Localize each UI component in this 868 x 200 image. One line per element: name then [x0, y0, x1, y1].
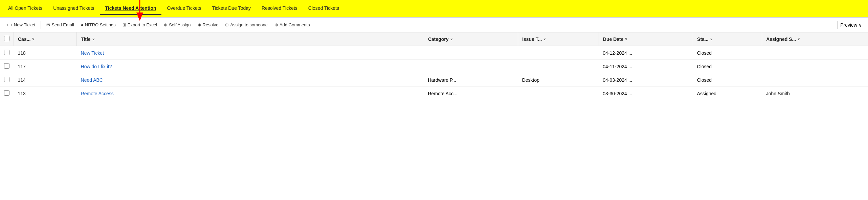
col-case-sort-icon: ∨ [32, 37, 35, 41]
arrow-container: ⊞ Export to Excel [120, 21, 160, 29]
row-0-title-link[interactable]: New Ticket [81, 50, 104, 56]
row-3-assigned-to: John Smith [762, 87, 868, 100]
row-0-due-date: 04-12-2024 ... [599, 46, 693, 60]
row-2-assigned-to [762, 73, 868, 87]
tickets-table: Cas... ∨ Title ∨ Category ∨ [0, 32, 868, 100]
row-3-status: Assigned [693, 87, 762, 100]
self-assign-button[interactable]: ⊕ Self Assign [161, 21, 193, 29]
col-header-status[interactable]: Sta... ∨ [693, 32, 762, 46]
row-0-case-num: 118 [14, 46, 77, 60]
resolve-label: Resolve [203, 22, 219, 27]
table-header: Cas... ∨ Title ∨ Category ∨ [0, 32, 868, 46]
row-0-checkbox[interactable] [4, 50, 9, 55]
row-3-checkbox-cell [0, 87, 14, 100]
assign-someone-button[interactable]: ⊕ Assign to someone [222, 21, 270, 29]
tab-unassigned[interactable]: Unassigned Tickets [48, 2, 99, 15]
self-assign-circle-icon: ⊕ [164, 22, 168, 27]
col-assigned-label: Assigned S... [766, 36, 796, 42]
row-3-title-link[interactable]: Remote Access [81, 91, 114, 96]
col-duedate-sort-icon: ∨ [625, 37, 627, 41]
row-1-checkbox-cell [0, 60, 14, 73]
tab-all-open[interactable]: All Open Tickets [3, 2, 48, 15]
preview-chevron-icon: ∨ [859, 22, 862, 28]
row-2-checkbox[interactable] [4, 77, 9, 82]
col-status-label: Sta... [697, 36, 708, 42]
preview-button[interactable]: Preview ∨ [837, 21, 865, 29]
col-category-sort-icon: ∨ [450, 37, 453, 41]
row-0-assigned-to [762, 46, 868, 60]
row-2-title-link[interactable]: Need ABC [81, 77, 103, 83]
col-category-label: Category [428, 36, 449, 42]
row-3-title: Remote Access [77, 87, 424, 100]
row-3-case-num: 113 [14, 87, 77, 100]
new-ticket-button[interactable]: + + New Ticket [3, 21, 38, 29]
toolbar: + + New Ticket ✉ Send Email ● NITRO Sett… [0, 18, 868, 32]
row-2-title: Need ABC [77, 73, 424, 87]
row-2-due-date: 04-03-2024 ... [599, 73, 693, 87]
resolve-button[interactable]: ⊕ Resolve [195, 21, 221, 29]
tab-due-today[interactable]: Tickets Due Today [207, 2, 256, 15]
row-0-checkbox-cell [0, 46, 14, 60]
export-excel-label: Export to Excel [128, 22, 157, 27]
col-header-title[interactable]: Title ∨ [77, 32, 424, 46]
col-header-checkbox [0, 32, 14, 46]
col-header-case[interactable]: Cas... ∨ [14, 32, 77, 46]
row-0-category [424, 46, 518, 60]
export-excel-button[interactable]: ⊞ Export to Excel [120, 21, 160, 29]
row-3-checkbox[interactable] [4, 90, 9, 96]
tab-bar: All Open TicketsUnassigned TicketsTicket… [0, 0, 868, 18]
send-email-button[interactable]: ✉ Send Email [44, 21, 76, 29]
header-row: Cas... ∨ Title ∨ Category ∨ [0, 32, 868, 46]
comments-circle-icon: ⊕ [274, 22, 278, 27]
col-header-due-date[interactable]: Due Date ∨ [599, 32, 693, 46]
table-row: 114Need ABCHardware P...Desktop04-03-202… [0, 73, 868, 87]
row-3-issue-type [518, 87, 599, 100]
col-status-sort-icon: ∨ [710, 37, 713, 41]
table-body: 118New Ticket04-12-2024 ...Closed117How … [0, 46, 868, 100]
excel-icon: ⊞ [123, 22, 126, 27]
row-0-status: Closed [693, 46, 762, 60]
eye-icon: ● [81, 22, 84, 27]
row-1-checkbox[interactable] [4, 63, 9, 69]
new-ticket-label: + New Ticket [10, 22, 36, 27]
tab-overdue[interactable]: Overdue Tickets [161, 2, 206, 15]
table-row: 117How do I fix it?04-11-2024 ...Closed [0, 60, 868, 73]
row-1-status: Closed [693, 60, 762, 73]
col-header-category[interactable]: Category ∨ [424, 32, 518, 46]
row-1-assigned-to [762, 60, 868, 73]
row-2-issue-type: Desktop [518, 73, 599, 87]
row-1-title: How do I fix it? [77, 60, 424, 73]
col-header-assigned[interactable]: Assigned S... ∨ [762, 32, 868, 46]
tab-closed[interactable]: Closed Tickets [303, 2, 344, 15]
toolbar-separator-1 [41, 21, 41, 29]
row-1-title-link[interactable]: How do I fix it? [81, 64, 112, 69]
col-duedate-label: Due Date [603, 36, 624, 42]
col-title-label: Title [81, 36, 91, 42]
add-comments-label: Add Comments [280, 22, 310, 27]
select-all-checkbox[interactable] [4, 36, 9, 41]
send-email-label: Send Email [51, 22, 74, 27]
row-1-due-date: 04-11-2024 ... [599, 60, 693, 73]
col-issue-label: Issue T... [522, 36, 542, 42]
tab-resolved[interactable]: Resolved Tickets [256, 2, 303, 15]
resolve-circle-icon: ⊕ [198, 22, 201, 27]
nitro-settings-button[interactable]: ● NITRO Settings [78, 21, 118, 29]
col-issue-sort-icon: ∨ [543, 37, 546, 41]
row-2-status: Closed [693, 73, 762, 87]
tab-need-attention[interactable]: Tickets Need Attention [100, 2, 162, 15]
add-comments-button[interactable]: ⊕ Add Comments [272, 21, 313, 29]
row-2-checkbox-cell [0, 73, 14, 87]
assign-someone-label: Assign to someone [230, 22, 268, 27]
row-2-category: Hardware P... [424, 73, 518, 87]
nitro-settings-label: NITRO Settings [85, 22, 116, 27]
row-0-title: New Ticket [77, 46, 424, 60]
table-row: 113Remote AccessRemote Acc...03-30-2024 … [0, 87, 868, 100]
col-assigned-sort-icon: ∨ [797, 37, 800, 41]
row-1-case-num: 117 [14, 60, 77, 73]
tickets-table-container: Cas... ∨ Title ∨ Category ∨ [0, 32, 868, 100]
col-header-issue-type[interactable]: Issue T... ∨ [518, 32, 599, 46]
table-row: 118New Ticket04-12-2024 ...Closed [0, 46, 868, 60]
row-0-issue-type [518, 46, 599, 60]
row-3-due-date: 03-30-2024 ... [599, 87, 693, 100]
preview-label: Preview [840, 22, 857, 28]
